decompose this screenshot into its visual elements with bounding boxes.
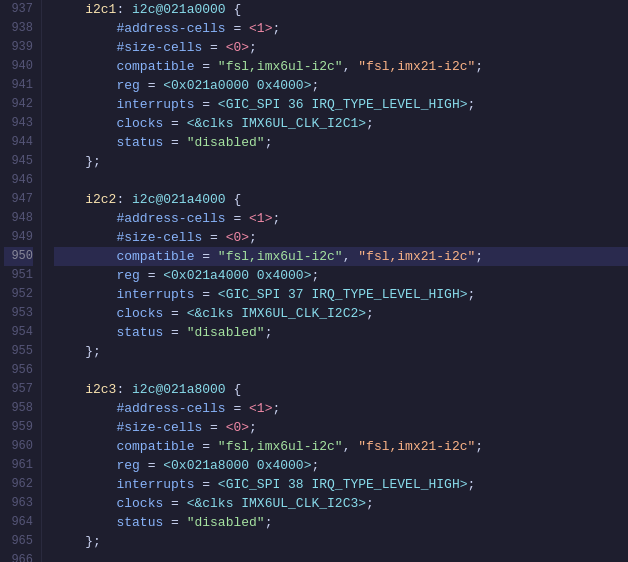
- token: i2c@021a8000: [132, 380, 226, 399]
- token: =: [194, 475, 217, 494]
- token: [54, 247, 116, 266]
- token: [54, 19, 116, 38]
- token: =: [140, 76, 163, 95]
- token: "disabled": [187, 133, 265, 152]
- token: ;: [366, 114, 374, 133]
- token: ;: [311, 456, 319, 475]
- code-line: reg = <0x021a4000 0x4000>;: [54, 266, 628, 285]
- code-line: status = "disabled";: [54, 513, 628, 532]
- token: ;: [467, 285, 475, 304]
- token: #size-cells: [116, 38, 202, 57]
- line-numbers: 9379389399409419429439449459469479489499…: [0, 0, 42, 562]
- token: =: [226, 399, 249, 418]
- line-number: 946: [4, 171, 33, 190]
- token: =: [140, 456, 163, 475]
- token: "fsl,imx21-i2c": [358, 247, 475, 266]
- token: [54, 475, 116, 494]
- code-line: #address-cells = <1>;: [54, 19, 628, 38]
- token: reg: [116, 266, 139, 285]
- token: "fsl,imx6ul-i2c": [218, 247, 343, 266]
- code-line: };: [54, 532, 628, 551]
- token: <0x021a4000 0x4000>: [163, 266, 311, 285]
- token: [54, 133, 116, 152]
- token: [54, 342, 85, 361]
- line-number: 945: [4, 152, 33, 171]
- code-line: };: [54, 152, 628, 171]
- token: <0>: [226, 38, 249, 57]
- line-number: 949: [4, 228, 33, 247]
- code-line: reg = <0x021a8000 0x4000>;: [54, 456, 628, 475]
- code-line: compatible = "fsl,imx6ul-i2c", "fsl,imx2…: [54, 57, 628, 76]
- token: [54, 190, 85, 209]
- line-number: 960: [4, 437, 33, 456]
- token: [54, 437, 116, 456]
- code-line: compatible = "fsl,imx6ul-i2c", "fsl,imx2…: [54, 247, 628, 266]
- line-number: 943: [4, 114, 33, 133]
- code-line: [54, 171, 628, 190]
- token: compatible: [116, 437, 194, 456]
- token: clocks: [116, 114, 163, 133]
- token: [54, 456, 116, 475]
- token: =: [194, 95, 217, 114]
- token: =: [194, 437, 217, 456]
- token: ;: [366, 494, 374, 513]
- token: =: [163, 494, 186, 513]
- line-number: 957: [4, 380, 33, 399]
- token: "disabled": [187, 513, 265, 532]
- code-content[interactable]: i2c1: i2c@021a0000 { #address-cells = <1…: [42, 0, 628, 562]
- token: <0>: [226, 228, 249, 247]
- token: <1>: [249, 399, 272, 418]
- token: =: [202, 418, 225, 437]
- token: };: [85, 532, 101, 551]
- token: ;: [311, 266, 319, 285]
- line-number: 951: [4, 266, 33, 285]
- token: =: [194, 247, 217, 266]
- code-line: #address-cells = <1>;: [54, 209, 628, 228]
- token: [54, 95, 116, 114]
- token: compatible: [116, 57, 194, 76]
- code-line: [54, 361, 628, 380]
- line-number: 938: [4, 19, 33, 38]
- token: [54, 399, 116, 418]
- code-line: clocks = <&clks IMX6UL_CLK_I2C3>;: [54, 494, 628, 513]
- token: i2c2: [85, 190, 116, 209]
- token: [54, 494, 116, 513]
- code-line: clocks = <&clks IMX6UL_CLK_I2C2>;: [54, 304, 628, 323]
- token: <GIC_SPI 37 IRQ_TYPE_LEVEL_HIGH>: [218, 285, 468, 304]
- token: ;: [311, 76, 319, 95]
- line-number: 955: [4, 342, 33, 361]
- token: i2c3: [85, 380, 116, 399]
- code-line: interrupts = <GIC_SPI 36 IRQ_TYPE_LEVEL_…: [54, 95, 628, 114]
- token: "fsl,imx6ul-i2c": [218, 437, 343, 456]
- token: #size-cells: [116, 418, 202, 437]
- token: ;: [265, 323, 273, 342]
- code-line: i2c3: i2c@021a8000 {: [54, 380, 628, 399]
- token: =: [163, 133, 186, 152]
- line-number: 963: [4, 494, 33, 513]
- line-number: 966: [4, 551, 33, 562]
- token: ;: [272, 19, 280, 38]
- token: ,: [343, 437, 359, 456]
- token: <GIC_SPI 38 IRQ_TYPE_LEVEL_HIGH>: [218, 475, 468, 494]
- token: =: [194, 285, 217, 304]
- token: =: [163, 304, 186, 323]
- token: clocks: [116, 494, 163, 513]
- token: reg: [116, 76, 139, 95]
- token: [54, 380, 85, 399]
- token: "disabled": [187, 323, 265, 342]
- token: =: [140, 266, 163, 285]
- token: ,: [343, 57, 359, 76]
- token: [54, 152, 85, 171]
- code-line: #address-cells = <1>;: [54, 399, 628, 418]
- token: compatible: [116, 247, 194, 266]
- code-line: i2c1: i2c@021a0000 {: [54, 0, 628, 19]
- code-line: reg = <0x021a0000 0x4000>;: [54, 76, 628, 95]
- token: ;: [265, 133, 273, 152]
- token: {: [226, 380, 242, 399]
- token: [54, 0, 85, 19]
- token: status: [116, 323, 163, 342]
- line-number: 944: [4, 133, 33, 152]
- line-number: 961: [4, 456, 33, 475]
- token: "fsl,imx6ul-i2c": [218, 57, 343, 76]
- token: clocks: [116, 304, 163, 323]
